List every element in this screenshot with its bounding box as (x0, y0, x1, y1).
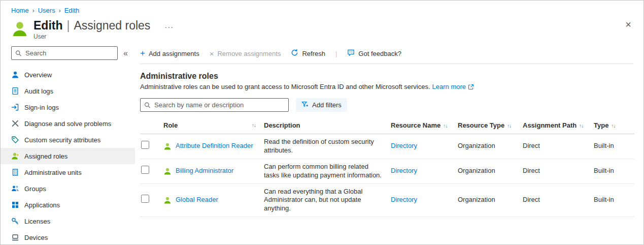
roles-table: Role↑↓ Description Resource Name↑↓ Resou… (140, 119, 634, 217)
sort-icon: ↑↓ (611, 123, 615, 129)
role-link[interactable]: Global Reader (176, 196, 218, 204)
more-icon[interactable]: ··· (164, 22, 174, 31)
section-description: Administrative roles can be used to gran… (140, 83, 430, 90)
sidebar-nav: Overview Audit logs Sign-in logs Diagnos… (1, 67, 135, 244)
sidebar-item-groups[interactable]: Groups (1, 180, 135, 197)
resource-name-link[interactable]: Directory (391, 196, 417, 203)
row-checkbox[interactable] (141, 141, 149, 149)
sidebar-item-custom-security-attributes[interactable]: Custom security attributes (1, 132, 135, 148)
column-header-assignment-path[interactable]: Assignment Path↑↓ (519, 119, 590, 134)
resource-name-link[interactable]: Directory (391, 142, 417, 149)
add-filter-icon (301, 101, 309, 109)
assignment-path: Direct (519, 134, 590, 159)
licenses-icon (11, 217, 19, 225)
feedback-button[interactable]: Got feedback? (347, 49, 401, 58)
user-avatar (11, 20, 28, 38)
row-checkbox[interactable] (141, 195, 149, 203)
sidebar-item-label: Audit logs (24, 87, 53, 95)
table-row: Attribute Definition Reader Read the def… (140, 134, 634, 159)
sidebar-item-assigned-roles[interactable]: Assigned roles (1, 148, 135, 164)
role-type: Built-in (590, 134, 634, 159)
add-filters-label: Add filters (312, 101, 342, 109)
role-description: Read the definition of custom security a… (260, 134, 387, 159)
column-header-type[interactable]: Type↑↓ (590, 119, 634, 134)
header-checkbox-cell (140, 119, 159, 134)
refresh-label: Refresh (302, 50, 325, 57)
assignment-path: Direct (519, 159, 590, 183)
sidebar-item-devices[interactable]: Devices (1, 229, 135, 244)
sidebar-item-label: Groups (24, 185, 46, 193)
sort-icon: ↑↓ (579, 123, 583, 129)
resource-type: Organization (454, 134, 519, 159)
toolbar-divider (140, 64, 633, 64)
groups-icon (11, 185, 19, 193)
breadcrumb: Home›Users›Edith (1, 1, 643, 14)
row-checkbox[interactable] (141, 166, 149, 174)
sidebar-item-administrative-units[interactable]: Administrative units (1, 164, 135, 180)
column-header-resource-type[interactable]: Resource Type↑↓ (454, 119, 519, 134)
sidebar-item-label: Licenses (24, 218, 50, 225)
table-row: Global Reader Can read everything that a… (140, 183, 634, 217)
sidebar-item-licenses[interactable]: Licenses (1, 213, 135, 229)
table-header-row: Role↑↓ Description Resource Name↑↓ Resou… (140, 119, 634, 134)
role-search-input[interactable] (140, 98, 289, 112)
sidebar-item-applications[interactable]: Applications (1, 197, 135, 213)
sidebar-item-diagnose[interactable]: Diagnose and solve problems (1, 115, 135, 132)
search-icon (15, 50, 22, 56)
title-separator: | (67, 19, 70, 33)
sort-icon: ↑↓ (507, 123, 511, 129)
devices-icon (11, 233, 19, 241)
remove-assignments-button[interactable]: × Remove assignments (210, 50, 281, 57)
breadcrumb-edith[interactable]: Edith (64, 7, 80, 14)
learn-more-link[interactable]: Learn more (432, 83, 466, 90)
sort-icon: ↑↓ (443, 123, 447, 129)
role-icon (163, 142, 172, 150)
sidebar-item-label: Devices (24, 234, 48, 241)
breadcrumb-home[interactable]: Home (11, 7, 29, 14)
sidebar-item-overview[interactable]: Overview (1, 67, 135, 83)
remove-assignments-label: Remove assignments (217, 50, 281, 57)
toolbar: + Add assignments × Remove assignments R… (140, 45, 633, 62)
role-icon (163, 196, 172, 204)
person-icon (11, 71, 19, 79)
table-row: Billing Administrator Can perform common… (140, 159, 634, 183)
column-header-description: Description (260, 119, 387, 134)
add-assignments-label: Add assignments (149, 50, 199, 57)
add-filters-button[interactable]: Add filters (296, 98, 347, 112)
entity-type-label: User (33, 33, 174, 40)
resource-name-link[interactable]: Directory (391, 167, 417, 174)
role-link[interactable]: Billing Administrator (176, 167, 233, 175)
sort-icon: ↑↓ (252, 122, 256, 128)
remove-icon: × (210, 50, 214, 57)
breadcrumb-users[interactable]: Users (38, 7, 55, 14)
role-icon (163, 167, 172, 175)
sidebar: « Overview Audit logs Sign-in logs Diag (1, 44, 135, 244)
main-content: + Add assignments × Remove assignments R… (135, 44, 643, 244)
refresh-button[interactable]: Refresh (291, 49, 325, 58)
page-title-user: Edith (33, 19, 63, 33)
sidebar-item-label: Custom security attributes (24, 136, 100, 144)
sidebar-item-label: Sign-in logs (24, 104, 59, 111)
sidebar-item-sign-in-logs[interactable]: Sign-in logs (1, 99, 135, 115)
column-header-role[interactable]: Role↑↓ (159, 119, 260, 134)
custom-security-attributes-icon (11, 136, 19, 144)
collapse-sidebar-button[interactable]: « (123, 49, 128, 58)
sidebar-item-label: Assigned roles (24, 152, 67, 160)
role-link[interactable]: Attribute Definition Reader (176, 142, 253, 150)
add-assignments-button[interactable]: + Add assignments (140, 50, 199, 57)
close-icon[interactable]: × (625, 19, 631, 29)
toolbar-separator: | (335, 50, 337, 57)
resource-type: Organization (454, 183, 519, 217)
role-description: Can read everything that a Global Admini… (260, 183, 387, 217)
feedback-icon (347, 49, 355, 58)
sidebar-search-input[interactable] (11, 46, 118, 60)
sidebar-item-label: Applications (24, 201, 60, 209)
column-header-resource-name[interactable]: Resource Name↑↓ (387, 119, 454, 134)
sidebar-item-label: Administrative units (24, 169, 82, 176)
role-type: Built-in (590, 159, 634, 183)
title-block: Edith | Assigned roles ··· User (33, 19, 174, 40)
sidebar-item-label: Diagnose and solve problems (24, 120, 111, 128)
feedback-label: Got feedback? (358, 50, 401, 57)
administrative-units-icon (11, 168, 19, 176)
sidebar-item-audit-logs[interactable]: Audit logs (1, 83, 135, 99)
